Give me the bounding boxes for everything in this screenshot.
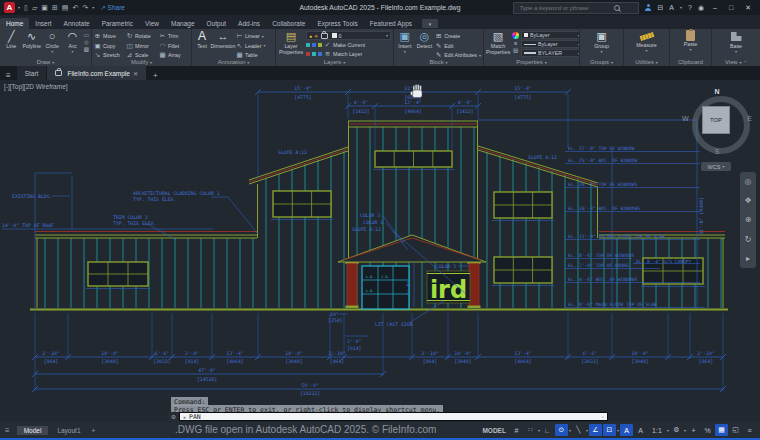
osnap-caret-icon[interactable]: ▾	[617, 428, 619, 433]
tab-home[interactable]: Home	[0, 18, 29, 29]
panel-modify-label[interactable]: Modify▾	[92, 58, 191, 66]
help-icon[interactable]: ?	[688, 4, 692, 11]
dimension-tool[interactable]: ↔Dimension	[212, 30, 234, 58]
lineweight-icon[interactable]: ▤	[513, 47, 518, 53]
linear-tool[interactable]: ⊢Linear▾	[236, 32, 266, 40]
maximize-button[interactable]: □	[726, 4, 736, 11]
clean-screen-icon[interactable]: ◱	[729, 424, 742, 436]
ribbon-collapse-icon[interactable]: ⌃	[744, 60, 747, 65]
plot-icon[interactable]: ▤	[62, 4, 69, 12]
command-expand-icon[interactable]: ▴	[602, 414, 604, 419]
tab-fileinfo-example[interactable]: FileInfo.com Example ✕	[47, 66, 146, 80]
command-line[interactable]: ⚙ ▪ PAN ▴	[168, 412, 608, 421]
text-tool[interactable]: AText	[194, 30, 210, 58]
layer-properties-tool[interactable]: ▤Layer Properties	[278, 30, 304, 58]
mirror-tool[interactable]: ◫Mirror	[126, 42, 159, 50]
zoom-icon[interactable]: ⊕	[745, 215, 752, 224]
tab-output[interactable]: Output	[201, 18, 233, 29]
search-box[interactable]	[513, 2, 639, 14]
edit-attributes-tool[interactable]: ✎Edit Attributes▾	[435, 51, 481, 58]
array-tool[interactable]: ▦Array	[159, 51, 188, 58]
copy-tool[interactable]: ▣Copy	[94, 42, 126, 50]
new-layout-button[interactable]: +	[88, 427, 100, 434]
compass-west[interactable]: W	[682, 115, 689, 122]
search-input[interactable]	[517, 4, 611, 12]
panel-draw-label[interactable]: Draw▾	[0, 58, 91, 66]
workspace-icon[interactable]: ⚙	[670, 424, 683, 436]
tab-express-tools[interactable]: Express Tools	[311, 18, 363, 29]
scale-caret-icon[interactable]: ▾	[667, 428, 669, 433]
viewcube[interactable]: TOP N W E S WCS▾	[684, 88, 750, 174]
workspace-caret-icon[interactable]: ▾	[684, 428, 686, 433]
ribbon-display-toggle[interactable]: ▾	[422, 19, 438, 28]
autodesk-account-icon[interactable]: A	[669, 4, 674, 11]
new-drawing-tab-button[interactable]: +	[147, 71, 164, 80]
rotate-tool[interactable]: ↻Rotate	[126, 32, 159, 40]
make-current-tool[interactable]: ✓Make Current	[306, 41, 391, 49]
base-view-tool[interactable]: Base▾	[726, 30, 746, 58]
tab-layout1[interactable]: Layout1	[50, 426, 87, 435]
compass-south[interactable]: S	[684, 148, 750, 155]
table-tool[interactable]: ▦Table	[236, 51, 266, 58]
file-tab-menu-icon[interactable]: ≡	[0, 71, 17, 80]
panel-block-label[interactable]: Block▾	[394, 58, 483, 66]
tab-view[interactable]: View	[139, 18, 165, 29]
fillet-tool[interactable]: ◠Fillet	[159, 42, 188, 50]
edit-block-tool[interactable]: ✎Edit	[435, 42, 481, 50]
measure-tool[interactable]: Measure▾	[637, 30, 657, 58]
compass-north[interactable]: N	[684, 88, 750, 95]
new-icon[interactable]: ▯	[24, 4, 28, 12]
tab-addins[interactable]: Add-ins	[232, 18, 266, 29]
saveas-icon[interactable]: ⊞	[52, 4, 58, 12]
recent-commands-icon[interactable]: ▪	[183, 414, 186, 420]
annotation-visibility-icon[interactable]: A	[620, 424, 633, 436]
panel-properties-label[interactable]: Properties▾	[484, 58, 579, 66]
tab-start[interactable]: Start	[17, 66, 47, 80]
pan-icon[interactable]: ❖	[744, 196, 751, 205]
create-block-tool[interactable]: ⊞Create	[435, 32, 481, 40]
circle-tool[interactable]: ○Circle▾	[43, 30, 61, 58]
panel-groups-label[interactable]: Groups▾	[580, 58, 623, 66]
linetype-icon[interactable]: ≡	[514, 40, 517, 46]
lineweight-dropdown[interactable]: BYLAYER▾	[521, 49, 579, 57]
stretch-tool[interactable]: ↘Stretch	[94, 51, 126, 58]
app-menu-caret-icon[interactable]: ▾	[18, 5, 20, 10]
app-store-icon[interactable]: ⊟	[657, 4, 663, 12]
close-button[interactable]: ✕	[742, 4, 754, 12]
panel-view-label[interactable]: View▾⌃	[712, 58, 760, 66]
match-layer-tool[interactable]: ≋Match Layer	[306, 50, 391, 58]
trim-tool[interactable]: ✂Trim	[159, 32, 188, 40]
tab-manage[interactable]: Manage	[165, 18, 201, 29]
sign-in-icon[interactable]	[645, 4, 651, 11]
orbit-icon[interactable]: ↻	[745, 235, 752, 244]
move-tool[interactable]: ⊕Move	[94, 32, 126, 40]
tab-model[interactable]: Model	[17, 426, 49, 435]
polyline-tool[interactable]: ∿Polyline	[22, 30, 41, 58]
notifications-icon[interactable]: ◉	[698, 4, 704, 12]
ellipse-icon[interactable]: ◇	[84, 39, 88, 45]
customization-icon[interactable]: ≡	[743, 424, 756, 436]
object-color-dropdown[interactable]: ByLayer▾	[521, 31, 579, 39]
line-tool[interactable]: ╱Line	[2, 30, 20, 58]
match-properties-tool[interactable]: ▧Match Properties	[486, 30, 510, 58]
autocad-logo-icon[interactable]: A	[4, 2, 15, 13]
tab-insert[interactable]: Insert	[29, 18, 57, 29]
search-icon[interactable]	[614, 5, 620, 11]
selection-cycling-icon[interactable]: %	[701, 424, 714, 436]
command-customize-icon[interactable]: ⚙	[168, 412, 179, 421]
panel-annotation-label[interactable]: Annotation▾	[192, 58, 275, 66]
share-button[interactable]: ↗ Share	[100, 4, 125, 12]
linetype-dropdown[interactable]: ByLayer▾	[521, 40, 579, 48]
redo-icon[interactable]: ↷	[82, 4, 88, 12]
graphics-performance-icon[interactable]: ▦	[715, 424, 728, 436]
paste-tool[interactable]: Paste▾	[681, 30, 701, 58]
model-space-drawing[interactable]: L.O. L.O. L.O. ird EXISTING BLDG. 14'-0"…	[0, 80, 760, 422]
compass-east[interactable]: E	[747, 115, 752, 122]
insert-tool[interactable]: ▣Insert▾	[396, 30, 414, 58]
color-wheel-icon[interactable]	[512, 32, 519, 39]
qat-caret-icon[interactable]: ▾	[92, 5, 94, 10]
scale-tool[interactable]: ⊿Scale	[126, 51, 159, 58]
annotation-scale-icon[interactable]: 1:1	[648, 424, 666, 436]
autoscale-icon[interactable]: A	[634, 424, 647, 436]
arc-tool[interactable]: ◠Arc▾	[63, 30, 81, 58]
